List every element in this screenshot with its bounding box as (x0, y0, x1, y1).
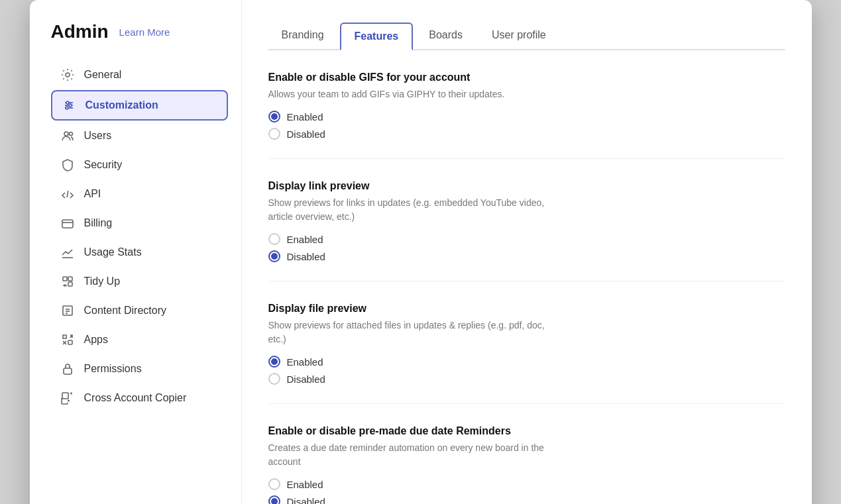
sidebar-item-cross-account-copier[interactable]: Cross Account Copier (51, 384, 228, 412)
feature-description: Show previews for links in updates (e.g.… (268, 196, 547, 224)
radio-circle (268, 356, 280, 368)
radio-option-disabled[interactable]: Disabled (268, 373, 785, 385)
admin-window: Admin Learn More GeneralCustomizationUse… (30, 0, 812, 504)
svg-point-5 (69, 104, 72, 107)
feature-section-due-date-reminders: Enable or disable pre-made due date Remi… (268, 425, 785, 504)
radio-label: Enabled (287, 234, 323, 245)
radio-circle (268, 478, 280, 490)
tabs-bar: BrandingFeaturesBoardsUser profile (268, 21, 785, 50)
sidebar-item-label: Users (84, 130, 112, 142)
svg-point-0 (66, 73, 70, 77)
sidebar-item-label: Apps (84, 334, 108, 346)
tab-features[interactable]: Features (340, 23, 414, 50)
radio-circle (268, 128, 280, 140)
feature-description: Allows your team to add GIFs via GIPHY t… (268, 87, 547, 101)
sidebar: Admin Learn More GeneralCustomizationUse… (30, 0, 242, 504)
svg-rect-23 (68, 340, 72, 344)
feature-description: Creates a due date reminder automation o… (268, 441, 547, 469)
svg-point-4 (66, 101, 69, 104)
tab-branding[interactable]: Branding (268, 23, 337, 50)
sidebar-item-apps[interactable]: Apps (51, 326, 228, 354)
page-title: Admin (51, 21, 109, 42)
feature-title: Display link preview (268, 180, 785, 192)
gear-icon (60, 68, 75, 82)
tab-boards[interactable]: Boards (416, 23, 476, 50)
radio-label: Disabled (287, 374, 325, 385)
sidebar-item-general[interactable]: General (51, 61, 228, 89)
sidebar-item-content-directory[interactable]: Content Directory (51, 297, 228, 325)
feature-title: Display file preview (268, 303, 785, 315)
shield-icon (60, 158, 75, 172)
content-icon (60, 303, 75, 318)
radio-option-enabled[interactable]: Enabled (268, 111, 785, 123)
sliders-icon (62, 98, 76, 113)
sidebar-header: Admin Learn More (51, 21, 228, 42)
sidebar-item-label: API (84, 188, 101, 200)
sidebar-item-customization[interactable]: Customization (51, 90, 228, 121)
radio-circle (268, 495, 280, 504)
radio-group: EnabledDisabled (268, 356, 785, 385)
radio-circle (268, 373, 280, 385)
sidebar-item-billing[interactable]: Billing (51, 209, 228, 237)
radio-group: EnabledDisabled (268, 111, 785, 140)
svg-point-7 (64, 132, 68, 136)
card-icon (60, 216, 75, 230)
svg-rect-9 (62, 220, 73, 228)
radio-circle (268, 250, 280, 262)
main-content: BrandingFeaturesBoardsUser profile Enabl… (242, 0, 812, 504)
radio-label: Disabled (287, 251, 325, 262)
radio-label: Disabled (287, 496, 325, 505)
radio-label: Enabled (287, 479, 323, 490)
sidebar-item-label: Content Directory (84, 305, 167, 317)
features-container: Enable or disable GIFS for your accountA… (268, 72, 785, 504)
radio-option-enabled[interactable]: Enabled (268, 478, 785, 490)
lock-icon (60, 362, 75, 376)
copy-icon (60, 391, 75, 405)
svg-rect-16 (68, 282, 72, 286)
feature-title: Enable or disable GIFS for your account (268, 72, 785, 83)
radio-group: EnabledDisabled (268, 233, 785, 262)
radio-circle (268, 233, 280, 245)
sidebar-nav: GeneralCustomizationUsersSecurityAPIBill… (51, 61, 228, 412)
feature-title: Enable or disable pre-made due date Remi… (268, 425, 785, 437)
apps-icon (60, 332, 75, 347)
api-icon (60, 187, 75, 201)
radio-circle (268, 111, 280, 123)
sidebar-item-users[interactable]: Users (51, 122, 228, 150)
radio-group: EnabledDisabled (268, 478, 785, 504)
radio-label: Enabled (287, 356, 323, 368)
users-icon (60, 128, 75, 143)
svg-rect-12 (63, 277, 67, 281)
sidebar-item-permissions[interactable]: Permissions (51, 355, 228, 383)
radio-option-disabled[interactable]: Disabled (268, 128, 785, 140)
sidebar-item-label: Customization (85, 99, 158, 111)
sidebar-item-label: Billing (84, 217, 113, 229)
radio-option-enabled[interactable]: Enabled (268, 356, 785, 368)
sidebar-item-label: Security (84, 159, 123, 171)
sidebar-item-label: Permissions (84, 363, 142, 375)
tab-user-profile[interactable]: User profile (478, 23, 559, 50)
sidebar-item-security[interactable]: Security (51, 151, 228, 179)
feature-section-file-preview: Display file previewShow previews for at… (268, 303, 785, 404)
svg-rect-13 (68, 277, 72, 281)
sidebar-item-tidy-up[interactable]: Tidy Up (51, 268, 228, 295)
radio-label: Enabled (287, 111, 323, 123)
tidy-icon (60, 274, 75, 289)
chart-icon (60, 245, 75, 260)
radio-label: Disabled (287, 128, 325, 140)
svg-rect-24 (64, 368, 72, 374)
radio-option-disabled[interactable]: Disabled (268, 250, 785, 262)
svg-point-6 (66, 107, 68, 109)
sidebar-item-label: Cross Account Copier (84, 392, 187, 404)
sidebar-item-api[interactable]: API (51, 180, 228, 208)
learn-more-link[interactable]: Learn More (119, 26, 170, 38)
sidebar-item-usage-stats[interactable]: Usage Stats (51, 238, 228, 266)
feature-section-link-preview: Display link previewShow previews for li… (268, 180, 785, 281)
sidebar-item-label: Usage Stats (84, 246, 142, 258)
radio-option-enabled[interactable]: Enabled (268, 233, 785, 245)
sidebar-item-label: Tidy Up (84, 276, 121, 287)
feature-section-gifs: Enable or disable GIFS for your accountA… (268, 72, 785, 159)
svg-rect-17 (63, 306, 72, 315)
radio-option-disabled[interactable]: Disabled (268, 495, 785, 504)
svg-point-8 (69, 132, 72, 136)
